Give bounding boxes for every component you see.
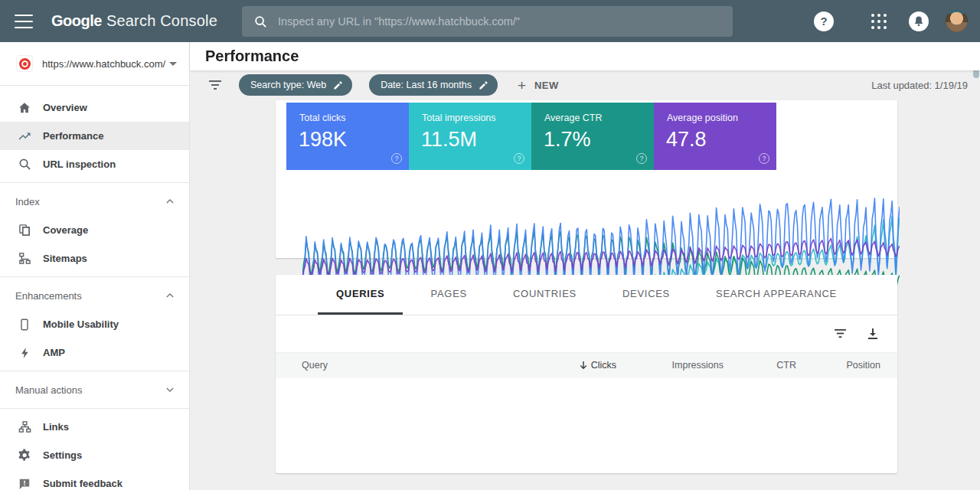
- column-header-ctr[interactable]: CTR: [724, 360, 796, 371]
- property-url: https://www.hatchbuck.com/: [42, 58, 165, 70]
- help-icon[interactable]: ?: [636, 153, 647, 164]
- sidebar-item-coverage[interactable]: Coverage: [0, 216, 189, 244]
- site-favicon: [16, 55, 33, 72]
- chevron-down-icon: [166, 386, 174, 394]
- mobile-phone-icon: [18, 318, 31, 332]
- table-header-row: Query Clicks Impressions CTR Position: [276, 352, 897, 378]
- help-icon[interactable]: ?: [514, 153, 524, 164]
- search-icon: [254, 15, 267, 28]
- metric-average-position[interactable]: Average position 47.8 ?: [654, 103, 776, 170]
- tab-pages[interactable]: PAGES: [413, 275, 485, 315]
- help-icon[interactable]: ?: [759, 153, 769, 164]
- filter-bar: Search type: Web Date: Last 16 months + …: [190, 70, 980, 100]
- tab-countries[interactable]: COUNTRIES: [495, 275, 595, 315]
- user-avatar[interactable]: [946, 10, 968, 32]
- sidebar-item-overview[interactable]: Overview: [0, 93, 189, 122]
- table-filter-icon[interactable]: [834, 328, 847, 338]
- metric-total-clicks[interactable]: Total clicks 198K ?: [286, 103, 409, 170]
- chevron-up-icon: [166, 198, 174, 205]
- help-icon[interactable]: ?: [814, 11, 834, 31]
- table-toolbar: [276, 315, 897, 352]
- links-tree-icon: [18, 420, 31, 434]
- help-icon[interactable]: ?: [391, 153, 402, 164]
- sidebar-item-settings[interactable]: Settings: [0, 441, 189, 469]
- filter-funnel-icon[interactable]: [208, 80, 222, 90]
- sidebar-item-links[interactable]: Links: [0, 413, 189, 441]
- page-title: Performance: [205, 47, 299, 65]
- sitemaps-tree-icon: [18, 252, 31, 266]
- tab-queries[interactable]: QUERIES: [318, 275, 403, 315]
- gear-icon: [18, 449, 31, 462]
- sidebar: https://www.hatchbuck.com/ Overview Perf…: [0, 42, 190, 490]
- pencil-edit-icon: [333, 80, 343, 90]
- tab-devices[interactable]: DEVICES: [604, 275, 688, 315]
- app-logo[interactable]: GoogleSearch Console: [51, 12, 217, 30]
- menu-icon[interactable]: [15, 15, 33, 28]
- performance-chart-card: Total clicks 198K ? Total impressions 11…: [276, 100, 897, 258]
- sidebar-item-url-inspection[interactable]: URL inspection: [0, 150, 189, 178]
- url-inspect-searchbar[interactable]: [242, 6, 733, 37]
- section-index[interactable]: Index: [0, 187, 189, 216]
- dimension-table-card: QUERIES PAGES COUNTRIES DEVICES SEARCH A…: [276, 275, 897, 473]
- column-header-position[interactable]: Position: [796, 360, 880, 371]
- download-icon[interactable]: [867, 328, 879, 340]
- divider: [0, 182, 189, 183]
- dimension-tabs: QUERIES PAGES COUNTRIES DEVICES SEARCH A…: [276, 275, 897, 315]
- sidebar-item-mobile-usability[interactable]: Mobile Usability: [0, 310, 189, 338]
- main-content: Performance Search type: Web Date: Last …: [190, 42, 980, 490]
- new-filter-button[interactable]: + NEW: [518, 78, 559, 93]
- url-inspect-input[interactable]: [278, 15, 733, 28]
- coverage-pages-icon: [18, 224, 31, 237]
- topbar-actions: ?: [814, 0, 980, 42]
- sidebar-item-sitemaps[interactable]: Sitemaps: [0, 244, 189, 273]
- sidebar-item-performance[interactable]: Performance: [0, 122, 189, 150]
- metric-cards: Total clicks 198K ? Total impressions 11…: [286, 103, 776, 170]
- sidebar-item-submit-feedback[interactable]: Submit feedback: [0, 469, 189, 490]
- sidebar-nav: Overview Performance URL inspection Inde…: [0, 86, 189, 490]
- divider: [0, 371, 189, 371]
- column-header-impressions[interactable]: Impressions: [616, 360, 724, 371]
- sidebar-item-amp[interactable]: AMP: [0, 338, 189, 367]
- date-range-chip[interactable]: Date: Last 16 months: [369, 74, 498, 96]
- metric-average-ctr[interactable]: Average CTR 1.7% ?: [531, 103, 654, 170]
- notifications-bell-icon[interactable]: [909, 11, 929, 31]
- feedback-icon: [18, 477, 31, 490]
- search-type-chip[interactable]: Search type: Web: [239, 74, 352, 96]
- page-scrollbar[interactable]: [973, 43, 979, 489]
- top-app-bar: GoogleSearch Console ?: [0, 0, 980, 42]
- tab-search-appearance[interactable]: SEARCH APPEARANCE: [697, 275, 855, 315]
- section-enhancements[interactable]: Enhancements: [0, 281, 189, 310]
- search-icon: [18, 158, 31, 172]
- brand-google: Google: [51, 12, 102, 29]
- metric-total-impressions[interactable]: Total impressions 11.5M ?: [409, 103, 531, 170]
- pencil-edit-icon: [479, 80, 488, 90]
- caret-down-icon: [169, 62, 177, 66]
- divider: [0, 276, 189, 277]
- plus-icon: +: [518, 78, 526, 93]
- last-updated-label: Last updated: 1/19/19: [871, 80, 968, 91]
- title-bar: Performance: [190, 42, 980, 70]
- column-header-clicks[interactable]: Clicks: [509, 360, 616, 371]
- home-icon: [18, 101, 31, 115]
- performance-icon: [18, 129, 31, 143]
- apps-grid-icon[interactable]: [869, 11, 889, 31]
- column-header-query[interactable]: Query: [276, 360, 509, 371]
- lightning-bolt-icon: [18, 346, 31, 360]
- chevron-up-icon: [166, 292, 174, 299]
- brand-search-console: Search Console: [106, 12, 217, 29]
- divider: [0, 408, 189, 409]
- property-selector[interactable]: https://www.hatchbuck.com/: [0, 42, 189, 86]
- section-manual-actions[interactable]: Manual actions: [0, 375, 189, 404]
- sort-desc-icon: [580, 361, 587, 370]
